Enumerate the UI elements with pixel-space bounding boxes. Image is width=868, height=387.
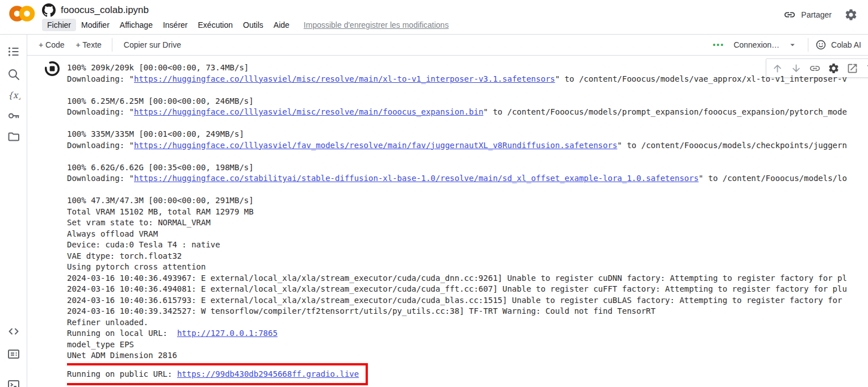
output-text: 2024-03-16 10:40:39.342527: W tensorflow… [67,306,656,316]
output-text: " to /content/Fooocus/models/checkpoints… [617,141,847,150]
notebook-title[interactable]: fooocus_colab.ipynb [61,5,149,16]
output-line [67,118,868,129]
output-link[interactable]: https://huggingface.co/stabilityai/stabl… [134,174,699,183]
output-line [67,85,868,96]
notebook-toolbar: + Code + Texte Copier sur Drive ••• Conn… [27,35,868,56]
output-line: 100% 335M/335M [00:01<00:00, 249MB/s] [67,129,868,140]
chevron-down-icon[interactable] [787,40,798,50]
cell-output-log: 100% 209k/209k [00:00<00:00, 73.4MB/s]Do… [67,62,868,387]
app-body: {x} + Code + Texte Copier sur Drive ••• … [0,35,868,387]
output-line: Using pytorch cross attention [67,262,868,273]
output-link[interactable]: http://127.0.0.1:7865 [177,329,278,338]
output-link[interactable]: https://huggingface.co/lllyasviel/fav_mo… [134,141,617,150]
resources-dots-icon[interactable]: ••• [712,40,724,49]
variables-icon[interactable]: {x} [7,89,20,102]
output-line: Total VRAM 15102 MB, total RAM 12979 MB [67,207,868,218]
title-row: fooocus_colab.ipynb [42,2,448,18]
share-label: Partager [801,10,832,19]
colab-ai-button[interactable]: Colab AI [815,39,861,51]
output-line: VAE dtype: torch.float32 [67,251,868,262]
toc-icon[interactable] [7,45,20,58]
colab-ai-icon [815,39,827,51]
menu-bar: FichierModifierAffichageInsérerExécution… [42,19,295,31]
output-line: Downloading: "https://huggingface.co/sta… [67,173,868,184]
menu-item-execution[interactable]: Exécution [193,19,238,31]
output-line: Downloading: "https://huggingface.co/lll… [67,74,868,85]
add-code-button[interactable]: + Code [39,40,65,49]
output-text: Downloading: " [67,141,134,150]
output-text: 2024-03-16 10:40:36.615793: E external/l… [67,296,842,305]
output-text: Running on local URL: [67,329,177,338]
output-line: Always offload VRAM [67,229,868,240]
connect-button[interactable]: Connexion… [733,40,779,49]
output-line: 100% 6.62G/6.62G [00:35<00:00, 198MB/s] [67,162,868,174]
output-text: Set vram state to: NORMAL_VRAM [67,218,211,227]
secrets-key-icon[interactable] [7,109,20,123]
output-text: " to /content/Fooocus/models/vae_approx/… [555,74,847,83]
cell-output-area: 100% 209k/209k [00:00<00:00, 73.4MB/s]Do… [27,56,868,387]
output-link[interactable]: https://huggingface.co/lllyasviel/misc/r… [134,74,555,83]
menu-item-affichage[interactable]: Affichage [115,19,158,31]
output-line: Running on local URL: http://127.0.0.1:7… [67,328,868,339]
output-line: 100% 47.3M/47.3M [00:00<00:00, 291MB/s] [67,195,868,207]
app-header: fooocus_colab.ipynb FichierModifierAffic… [0,0,868,35]
output-text: Refiner unloaded. [67,318,148,327]
output-line: Refiner unloaded. [67,317,868,329]
copy-to-drive-button[interactable]: Copier sur Drive [124,40,181,49]
output-line: UNet ADM Dimension 2816 [67,350,868,361]
output-text: model_type EPS [67,340,134,349]
toolbar-right: ••• Connexion… Colab AI [712,35,861,55]
output-line-highlighted: Running on public URL: https://99db430db… [67,363,368,386]
output-line: 2024-03-16 10:40:36.494081: E external/l… [67,284,868,295]
colab-logo[interactable] [9,5,35,25]
menu-item-fichier[interactable]: Fichier [42,19,76,31]
output-line: 100% 209k/209k [00:00<00:00, 73.4MB/s] [67,62,868,74]
output-line [67,151,868,162]
output-line: 100% 6.25M/6.25M [00:00<00:00, 246MB/s] [67,96,868,107]
output-text: 100% 47.3M/47.3M [00:00<00:00, 291MB/s] [67,196,254,205]
colab-ai-label: Colab AI [831,40,861,49]
menu-row: FichierModifierAffichageInsérerExécution… [42,19,448,31]
output-line: Device: cuda:0 Tesla T4 : native [67,239,868,251]
left-sidebar: {x} [0,35,27,387]
output-text: VAE dtype: torch.float32 [67,251,182,260]
menu-item-inserer[interactable]: Insérer [158,19,193,31]
header-right: Partager [783,8,858,22]
output-text: UNet ADM Dimension 2816 [67,351,177,360]
output-line: 2024-03-16 10:40:36.615793: E external/l… [67,295,868,306]
colab-logo-icon [9,5,35,23]
output-line: model_type EPS [67,339,868,351]
output-link[interactable]: https://huggingface.co/lllyasviel/misc/r… [134,107,483,116]
terminal-icon[interactable] [7,378,20,387]
output-text: Downloading: " [67,174,134,183]
menu-item-outils[interactable]: Outils [238,19,269,31]
share-link-icon [783,9,796,21]
output-text: 100% 6.25M/6.25M [00:00<00:00, 246MB/s] [67,96,254,106]
toolbar-divider [808,38,808,52]
output-text: Using pytorch cross attention [67,262,206,271]
output-text: 2024-03-16 10:40:36.494081: E external/l… [67,284,847,293]
files-folder-icon[interactable] [7,130,20,144]
output-text: Total VRAM 15102 MB, total RAM 12979 MB [67,207,254,216]
menu-item-aide[interactable]: Aide [269,19,295,31]
output-text: Downloading: " [67,107,134,116]
output-text: Running on public URL: [67,369,177,378]
header-main: fooocus_colab.ipynb FichierModifierAffic… [42,0,448,31]
command-palette-icon[interactable] [7,347,20,361]
output-text: Always offload VRAM [67,229,158,238]
menu-item-modifier[interactable]: Modifier [76,19,115,31]
add-text-button[interactable]: + Texte [76,40,102,49]
output-line: 2024-03-16 10:40:36.493967: E external/l… [67,273,868,284]
output-text: Downloading: " [67,74,134,83]
search-icon[interactable] [7,68,20,81]
cell-stop-button[interactable] [44,61,60,77]
output-text: 100% 335M/335M [00:01<00:00, 249MB/s] [67,129,244,138]
settings-gear-icon[interactable] [844,8,858,22]
output-line: Downloading: "https://huggingface.co/lll… [67,140,868,152]
output-line: Downloading: "https://huggingface.co/lll… [67,107,868,118]
output-link[interactable]: https://99db430db2945668ff.gradio.live [177,369,359,378]
output-text: " to /content/Fooocus/models/lo [699,174,847,183]
code-snippets-icon[interactable] [7,325,20,338]
share-button[interactable]: Partager [783,9,832,21]
save-status[interactable]: Impossible d'enregistrer les modificatio… [304,20,449,30]
